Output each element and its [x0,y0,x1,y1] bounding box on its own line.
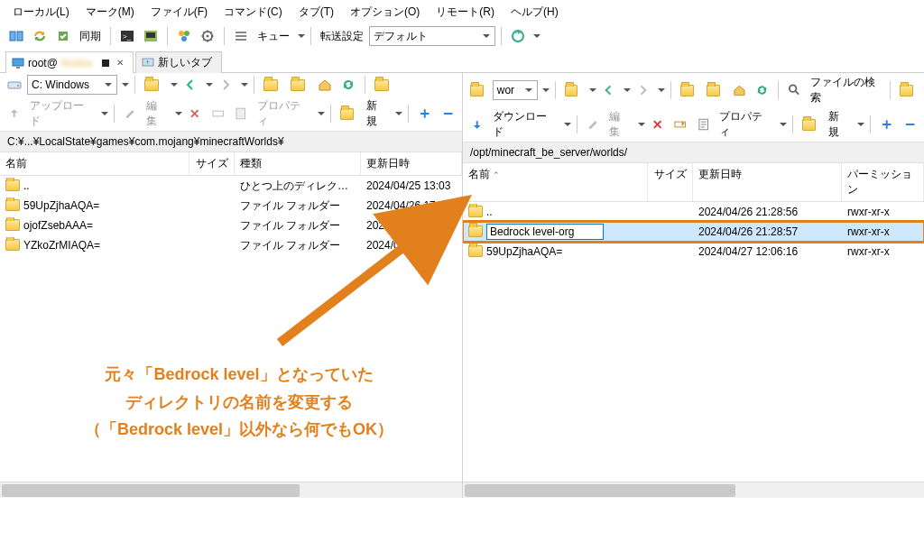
fwd-caret-icon[interactable] [658,88,665,96]
properties-icon[interactable] [230,104,251,124]
properties-caret-icon[interactable] [318,112,325,119]
col-size[interactable]: サイズ [189,152,235,175]
addons-icon[interactable] [173,26,195,46]
rename-input[interactable] [486,224,604,240]
history-caret-icon[interactable] [589,88,596,96]
find-file-label[interactable]: ファイルの検索 [807,75,885,106]
new-tab-button[interactable]: + 新しいタブ [135,51,222,73]
sync-browse-icon[interactable] [29,26,51,46]
back-icon[interactable] [180,75,201,95]
close-tab-icon[interactable]: ✕ [116,58,124,68]
new-label[interactable]: 新規 [363,98,391,129]
menu-remote[interactable]: リモート(R) [429,3,502,22]
sync-label[interactable]: 同期 [76,29,105,44]
minus-icon[interactable] [900,115,920,134]
new-folder-icon[interactable] [337,104,361,124]
menu-help[interactable]: ヘルプ(H) [504,3,566,22]
drive-caret-icon[interactable] [122,83,129,90]
menu-command[interactable]: コマンド(C) [217,3,290,22]
queue-label[interactable]: キュー [254,29,293,44]
rename-icon[interactable] [670,115,690,134]
putty-icon[interactable] [140,26,162,46]
new-folder-icon[interactable] [799,115,823,134]
local-list-header[interactable]: 名前 サイズ 種類 更新日時 [0,152,462,176]
col-type[interactable]: 種類 [235,152,361,175]
col-perm[interactable]: パーミッション [842,163,924,201]
remote-folder-icon[interactable] [467,80,491,100]
list-row[interactable]: ojofZsebAAA= ファイル フォルダー 2024/04/17 13:4 [0,216,462,235]
bookmark-folder-icon[interactable] [896,80,920,100]
remote-dir-selector[interactable]: wor [493,80,538,100]
up-folder-icon[interactable] [287,75,312,95]
transfer-settings-dropdown[interactable]: デフォルト [369,26,495,46]
keepalive-caret-icon[interactable] [533,34,541,41]
bookmark-folder-icon[interactable] [371,75,396,95]
terminal-icon[interactable]: >_ [116,26,138,46]
menu-mark[interactable]: マーク(M) [79,3,142,22]
remote-dir-caret-icon[interactable] [542,88,550,96]
preferences-icon[interactable] [197,26,218,46]
list-row[interactable]: 59UpZjhaAQA= 2024/04/27 12:06:16 rwxr-xr… [463,242,924,262]
home-icon[interactable] [729,80,750,100]
edit-caret-icon[interactable] [638,123,645,130]
menu-file[interactable]: ファイル(F) [143,3,215,22]
menu-options[interactable]: オプション(O) [343,3,427,22]
upload-label[interactable]: アップロード [26,98,96,129]
refresh-icon[interactable] [752,80,772,100]
new-caret-icon[interactable] [857,123,864,130]
parent-folder-icon[interactable] [141,75,166,95]
delete-icon[interactable] [647,115,668,134]
plus-icon[interactable] [414,104,435,124]
history-caret-icon[interactable] [171,83,178,90]
menu-local[interactable]: ローカル(L) [5,3,77,22]
forward-icon[interactable] [215,75,236,95]
properties-icon[interactable] [693,115,714,134]
properties-label[interactable]: プロパティ [716,109,775,140]
find-file-icon[interactable] [784,80,805,100]
drive-selector[interactable]: C: Windows [27,75,117,95]
edit-icon[interactable] [583,115,604,134]
col-date[interactable]: 更新日時 [693,163,842,201]
col-name[interactable]: 名前 [0,152,189,175]
remote-list-body[interactable]: .. 2024/04/26 21:28:56 rwxr-xr-x 2024/04… [463,202,924,482]
keepalive-icon[interactable] [507,26,529,46]
up-folder-icon[interactable] [703,80,727,100]
menu-tab[interactable]: タブ(T) [291,3,341,22]
home-icon[interactable] [314,75,336,95]
list-row-editing[interactable]: 2024/04/26 21:28:57 rwxr-xr-x [463,222,924,242]
compare-icon[interactable] [5,26,27,46]
upload-icon[interactable] [4,104,24,124]
plus-icon[interactable] [876,115,897,134]
properties-label[interactable]: プロパティ [254,98,313,129]
download-icon[interactable] [467,115,487,134]
list-row[interactable]: YZkoZrMIAQA= ファイル フォルダー 2024/04/2 [0,235,462,255]
parent-folder-icon[interactable] [561,80,586,100]
list-row[interactable]: .. ひとつ上のディレクトリ 2024/04/25 13:03 [0,176,462,196]
new-caret-icon[interactable] [395,112,402,119]
root-folder-icon[interactable] [677,80,701,100]
root-folder-icon[interactable] [260,75,285,95]
remote-list-header[interactable]: 名前 ⌃ サイズ 更新日時 パーミッション [463,163,924,202]
remote-path-bar[interactable]: /opt/minecraft_be_server/worlds/ [463,142,924,163]
properties-caret-icon[interactable] [780,123,787,130]
fwd-caret-icon[interactable] [241,83,248,90]
edit-label[interactable]: 編集 [605,109,633,140]
download-caret-icon[interactable] [564,123,571,130]
delete-icon[interactable] [184,104,205,124]
local-path-bar[interactable]: C:¥...¥LocalState¥games¥com.mojang¥minec… [0,131,462,152]
remote-hscrollbar[interactable] [463,482,924,498]
download-label[interactable]: ダウンロード [489,109,559,140]
back-caret-icon[interactable] [624,88,631,96]
new-label[interactable]: 新規 [825,109,853,140]
back-caret-icon[interactable] [206,83,213,90]
refresh-icon[interactable] [337,75,359,95]
rename-icon[interactable] [208,104,228,124]
queue-icon[interactable] [230,26,252,46]
session-tab-active[interactable]: root@hostxx ✕ [5,51,134,73]
list-row[interactable]: .. 2024/04/26 21:28:56 rwxr-xr-x [463,202,924,222]
col-date[interactable]: 更新日時 [361,152,462,175]
col-size[interactable]: サイズ [648,163,693,201]
drive-icon[interactable] [4,75,25,95]
edit-icon[interactable] [120,104,141,124]
forward-icon[interactable] [633,80,653,100]
